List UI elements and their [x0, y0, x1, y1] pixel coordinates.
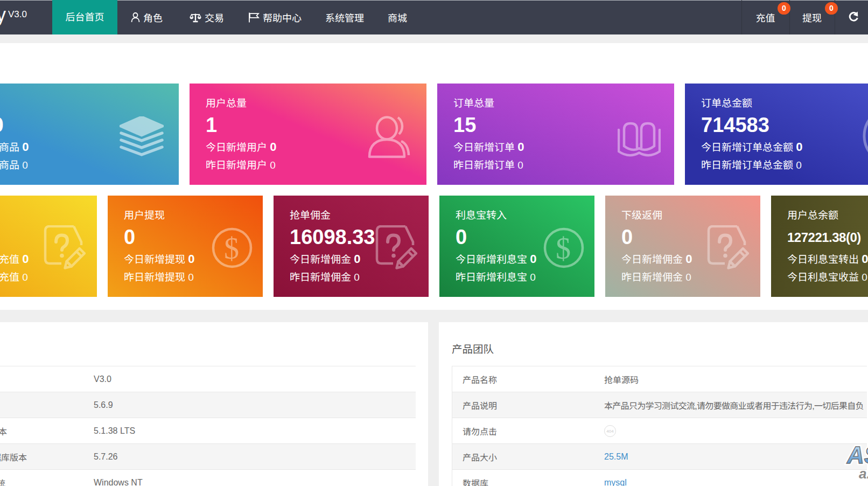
svg-text:$: $ [224, 232, 239, 265]
svg-text:$: $ [556, 232, 571, 265]
svg-text:AS: AS [846, 442, 868, 468]
svg-text:a.: a. [859, 466, 868, 482]
